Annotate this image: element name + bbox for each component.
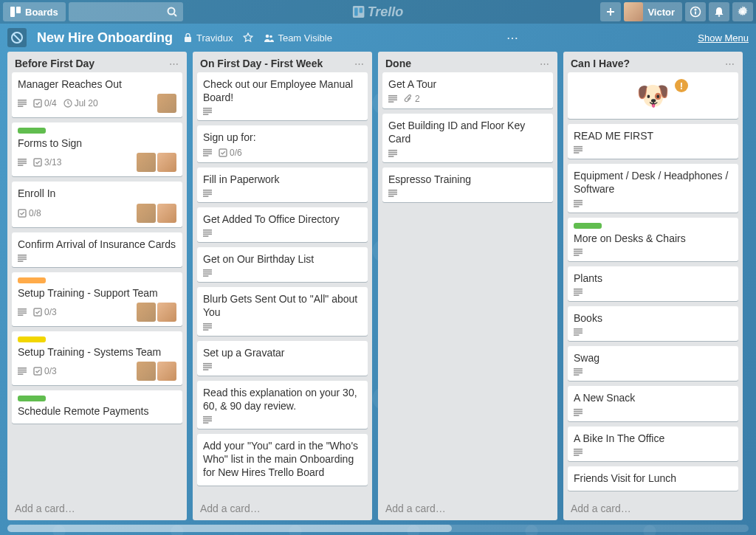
svg-rect-78: [388, 95, 397, 97]
card[interactable]: 🐶!: [568, 72, 738, 119]
svg-rect-110: [574, 368, 583, 370]
card[interactable]: More on Desks & Chairs: [568, 218, 738, 261]
horizontal-scrollbar[interactable]: [7, 525, 749, 532]
card[interactable]: Enroll In0/8: [12, 182, 182, 227]
list-title[interactable]: Can I Have?: [571, 58, 630, 69]
search-input[interactable]: [69, 2, 183, 21]
label-orange: [18, 277, 46, 283]
card[interactable]: Fill in Paperwork: [197, 168, 368, 202]
card[interactable]: Sign up for:0/6: [197, 125, 368, 162]
svg-rect-42: [18, 372, 27, 373]
card[interactable]: Add your "You" card in the "Who's Who" l…: [197, 434, 368, 486]
logo-icon: [353, 6, 365, 18]
team-link[interactable]: Travidux: [183, 32, 233, 44]
svg-rect-85: [388, 156, 394, 157]
list-menu-button[interactable]: ⋯: [169, 58, 179, 69]
member-avatar[interactable]: [157, 204, 176, 223]
member-avatar[interactable]: [137, 204, 156, 223]
description-icon: [203, 415, 212, 424]
card[interactable]: Blurb Gets Sent Out to "All" about You: [197, 287, 368, 335]
member-avatar[interactable]: [137, 153, 156, 172]
trello-logo[interactable]: Trello: [353, 4, 404, 20]
card[interactable]: Equipment / Desk / Headphones / Software: [568, 164, 738, 212]
board-icon[interactable]: [7, 28, 27, 47]
husky-image: 🐶!: [574, 77, 732, 114]
card[interactable]: A Bike In The Office: [568, 427, 738, 461]
card-title: A Bike In The Office: [574, 432, 732, 445]
board-title[interactable]: New Hire Onboarding: [37, 30, 173, 46]
show-menu-link[interactable]: Show Menu: [698, 32, 749, 44]
add-card-button[interactable]: Add a card…: [7, 497, 187, 520]
svg-rect-72: [203, 367, 212, 368]
info-button[interactable]: [685, 2, 706, 21]
list-title[interactable]: Done: [385, 58, 411, 69]
list-title[interactable]: On First Day - First Week: [200, 58, 323, 69]
list-title[interactable]: Before First Day: [15, 58, 94, 69]
card[interactable]: Setup Training - Support Team0/3: [12, 272, 182, 326]
scrollbar-thumb[interactable]: [7, 525, 452, 532]
svg-line-15: [13, 34, 21, 41]
notifications-button[interactable]: [709, 2, 729, 21]
add-card-button[interactable]: Add a card…: [378, 497, 557, 520]
boards-button[interactable]: Boards: [3, 2, 66, 21]
svg-rect-28: [18, 165, 23, 167]
star-button[interactable]: [243, 32, 253, 43]
svg-rect-50: [203, 151, 212, 152]
card[interactable]: Friends Visit for Lunch: [568, 466, 738, 491]
card-badges: [574, 448, 732, 457]
search-icon: [167, 7, 177, 17]
svg-rect-120: [574, 452, 583, 454]
card[interactable]: Espresso Training: [382, 168, 553, 202]
card-badges: [203, 107, 362, 116]
member-avatar[interactable]: [157, 94, 176, 113]
description-icon: [574, 367, 583, 376]
member-avatar[interactable]: [137, 362, 156, 381]
description-icon: [574, 248, 583, 257]
settings-button[interactable]: [732, 2, 753, 21]
card-badges: [203, 229, 362, 238]
card[interactable]: Setup Training - Systems Team0/3: [12, 331, 182, 385]
svg-rect-99: [574, 250, 583, 252]
add-card-button[interactable]: Add a card…: [563, 497, 743, 520]
svg-rect-51: [203, 153, 212, 154]
card-title: Add your "You" card in the "Who's Who" l…: [203, 439, 362, 480]
card[interactable]: Set up a Gravatar: [197, 341, 368, 376]
board-canvas[interactable]: Before First Day⋯Manager Reaches Out0/4J…: [0, 52, 756, 528]
card-members: [137, 204, 176, 223]
card[interactable]: Books: [568, 306, 738, 341]
svg-rect-75: [203, 418, 212, 420]
card[interactable]: A New Snack: [568, 386, 738, 421]
card-badges: [203, 362, 362, 371]
member-avatar[interactable]: [157, 153, 176, 172]
card[interactable]: READ ME FIRST: [568, 124, 738, 159]
card[interactable]: Get Building ID and Floor Key Card: [382, 114, 553, 162]
card[interactable]: Get on Our Birthday List: [197, 247, 368, 282]
member-avatar[interactable]: [137, 303, 156, 322]
card[interactable]: Manager Reaches Out0/4Jul 20: [12, 72, 182, 117]
card[interactable]: Confirm Arrival of Insurance Cards: [12, 232, 182, 267]
list-menu-button[interactable]: ⋯: [354, 58, 365, 69]
user-menu[interactable]: Victor: [624, 2, 682, 21]
card[interactable]: Forms to Sign3/13: [12, 122, 182, 176]
add-card-button[interactable]: Add a card…: [193, 497, 372, 520]
svg-rect-26: [18, 161, 27, 162]
member-avatar[interactable]: [157, 362, 176, 381]
card[interactable]: Get A Tour2: [382, 72, 553, 108]
svg-rect-65: [203, 275, 208, 277]
card-title: READ ME FIRST: [574, 129, 732, 142]
card[interactable]: Read this explanation on your 30, 60, & …: [197, 381, 368, 429]
list-menu-button[interactable]: ⋯: [540, 58, 550, 69]
card[interactable]: Check out our Employee Manual Board!: [197, 72, 368, 120]
card[interactable]: Plants: [568, 266, 738, 301]
card[interactable]: Schedule Remote Payments: [12, 390, 182, 424]
visibility-button[interactable]: Team Visible: [264, 32, 331, 44]
add-button[interactable]: [600, 2, 621, 21]
card-badges: 0/6: [203, 148, 362, 158]
svg-rect-29: [34, 159, 41, 166]
list: On First Day - First Week⋯Check out our …: [193, 52, 372, 520]
card[interactable]: Get Added To Office Directory: [197, 207, 368, 242]
card[interactable]: Swag: [568, 346, 738, 381]
card-badges: [574, 288, 732, 297]
list-menu-button[interactable]: ⋯: [725, 58, 735, 69]
member-avatar[interactable]: [157, 303, 176, 322]
